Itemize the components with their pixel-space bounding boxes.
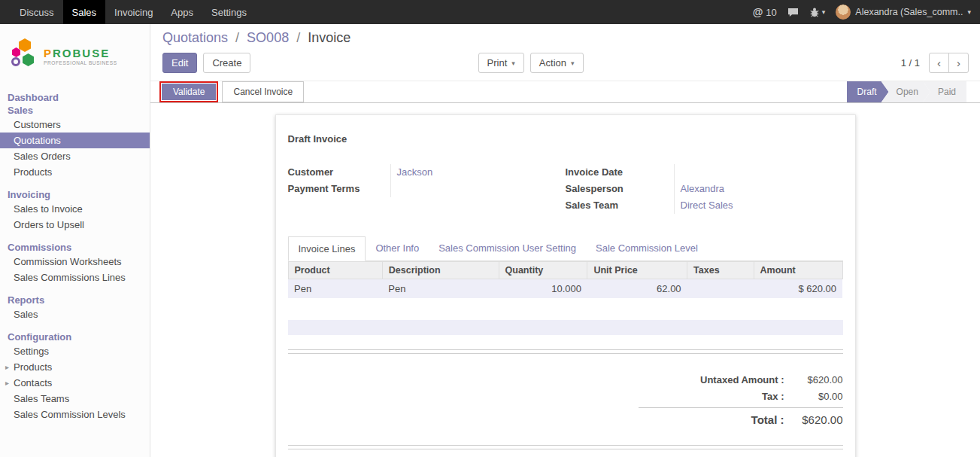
caret-down-icon: ▾ bbox=[967, 8, 971, 16]
nav-item-apps[interactable]: Apps bbox=[162, 0, 202, 24]
pager-value: 1 / 1 bbox=[901, 57, 920, 69]
breadcrumb: Quotations / SO008 / Invoice bbox=[162, 30, 969, 46]
sidebar-item-sales-commissions-lines[interactable]: Sales Commissions Lines bbox=[0, 270, 150, 285]
sidebar-heading-invoicing[interactable]: Invoicing bbox=[0, 189, 150, 201]
col-amount: Amount bbox=[754, 262, 842, 279]
logo-title: PROBUSE bbox=[44, 47, 117, 59]
edit-button[interactable]: Edit bbox=[162, 53, 197, 73]
sidebar-heading-configuration[interactable]: Configuration bbox=[0, 331, 150, 343]
sidebar-item-label: Contacts bbox=[14, 377, 52, 388]
cancel-invoice-button[interactable]: Cancel Invoice bbox=[222, 81, 304, 102]
nav-item-sales[interactable]: Sales bbox=[63, 0, 106, 24]
nav-item-invoicing[interactable]: Invoicing bbox=[105, 0, 162, 24]
print-label: Print bbox=[487, 57, 508, 69]
invoice-date-label: Invoice Date bbox=[566, 164, 674, 181]
tab-invoice-lines[interactable]: Invoice Lines bbox=[288, 236, 366, 261]
customer-value[interactable]: Jackson bbox=[390, 164, 566, 181]
sidebar: PROBUSE PROFESSIONAL BUSINESS Dashboard … bbox=[0, 24, 150, 457]
sidebar-item-sales-to-invoice[interactable]: Sales to Invoice bbox=[0, 201, 150, 217]
debug-menu[interactable]: ▾ bbox=[809, 7, 826, 17]
total-value: $620.00 bbox=[784, 413, 843, 427]
magnifier-icon bbox=[11, 57, 20, 66]
untaxed-amount-label: Untaxed Amount : bbox=[639, 373, 784, 387]
sidebar-heading-sales[interactable]: Sales bbox=[0, 105, 150, 117]
user-name: Alexandra (Sales_comm.. bbox=[855, 7, 963, 17]
invoice-date-value bbox=[674, 164, 843, 181]
col-product: Product bbox=[288, 262, 382, 279]
content-area: Draft Invoice Customer Jackson Payment T… bbox=[150, 103, 980, 457]
activity-at-icon: @ bbox=[753, 6, 763, 18]
sidebar-item-sales-teams[interactable]: Sales Teams bbox=[0, 391, 150, 407]
validate-button[interactable]: Validate bbox=[162, 84, 216, 100]
systray: @ 10 ▾ Alexandra (Sales_comm.. ▾ bbox=[753, 0, 980, 24]
top-navbar: Discuss Sales Invoicing Apps Settings @ … bbox=[0, 0, 980, 24]
untaxed-amount-value: $620.00 bbox=[784, 373, 843, 387]
breadcrumb-current: Invoice bbox=[308, 30, 350, 45]
sidebar-item-orders-to-upsell[interactable]: Orders to Upsell bbox=[0, 217, 150, 233]
sales-team-value[interactable]: Direct Sales bbox=[674, 197, 843, 214]
nav-item-settings[interactable]: Settings bbox=[202, 0, 256, 24]
sidebar-heading-commissions[interactable]: Commissions bbox=[0, 242, 150, 254]
caret-down-icon: ▾ bbox=[511, 59, 515, 67]
sidebar-item-products[interactable]: Products bbox=[0, 164, 150, 180]
col-unit-price: Unit Price bbox=[587, 262, 687, 279]
pager-next-button[interactable]: › bbox=[948, 53, 969, 73]
sidebar-item-label: Products bbox=[14, 361, 52, 373]
customer-label: Customer bbox=[288, 164, 390, 181]
user-menu[interactable]: Alexandra (Sales_comm.. ▾ bbox=[836, 5, 971, 20]
cell-taxes bbox=[687, 279, 754, 299]
highlight-box: Validate bbox=[159, 81, 218, 102]
cell-unit-price: 62.00 bbox=[587, 279, 687, 299]
invoice-line-row[interactable]: Pen Pen 10.000 62.00 $ 620.00 bbox=[288, 279, 842, 299]
sidebar-item-quotations[interactable]: Quotations bbox=[0, 133, 150, 148]
invoice-sheet: Draft Invoice Customer Jackson Payment T… bbox=[275, 114, 856, 457]
create-button[interactable]: Create bbox=[203, 53, 250, 73]
nav-item-discuss[interactable]: Discuss bbox=[11, 0, 63, 24]
breadcrumb-so008[interactable]: SO008 bbox=[247, 30, 289, 45]
avatar bbox=[836, 5, 851, 20]
sidebar-item-customers[interactable]: Customers bbox=[0, 117, 150, 133]
status-step-draft[interactable]: Draft bbox=[847, 81, 889, 102]
tax-value: $0.00 bbox=[784, 390, 843, 404]
activity-menu[interactable]: @ 10 bbox=[753, 6, 777, 18]
messages-icon[interactable] bbox=[787, 8, 799, 17]
payment-terms-label: Payment Terms bbox=[288, 181, 390, 197]
pager-prev-button[interactable]: ‹ bbox=[929, 53, 949, 73]
sidebar-item-config-contacts[interactable]: ▸ Contacts bbox=[0, 375, 150, 391]
probuse-logo: PROBUSE PROFESSIONAL BUSINESS bbox=[0, 24, 150, 87]
print-dropdown[interactable]: Print ▾ bbox=[478, 53, 524, 73]
field-group-left: Customer Jackson Payment Terms bbox=[288, 164, 566, 214]
caret-down-icon: ▾ bbox=[571, 59, 575, 67]
sidebar-heading-reports[interactable]: Reports bbox=[0, 294, 150, 306]
field-groups: Customer Jackson Payment Terms Invoice D… bbox=[288, 164, 843, 214]
cell-amount: $ 620.00 bbox=[754, 279, 842, 299]
tax-label: Tax : bbox=[639, 390, 784, 404]
tab-other-info[interactable]: Other Info bbox=[366, 236, 429, 260]
statusbar: Validate Cancel Invoice Draft Open Paid bbox=[150, 81, 980, 103]
status-steps: Draft Open Paid bbox=[847, 81, 966, 102]
sidebar-item-commission-worksheets[interactable]: Commission Worksheets bbox=[0, 254, 150, 270]
breadcrumb-quotations[interactable]: Quotations bbox=[162, 30, 228, 45]
action-dropdown[interactable]: Action ▾ bbox=[530, 53, 584, 73]
logo-subtitle: PROFESSIONAL BUSINESS bbox=[44, 60, 117, 66]
table-header-row: Product Description Quantity Unit Price … bbox=[288, 262, 842, 279]
col-quantity: Quantity bbox=[499, 262, 587, 279]
salesperson-value[interactable]: Alexandra bbox=[674, 181, 843, 197]
total-label: Total : bbox=[639, 413, 784, 427]
totals: Untaxed Amount : $620.00 Tax : $0.00 Tot… bbox=[639, 372, 843, 428]
tab-sale-commission-level[interactable]: Sale Commission Level bbox=[586, 236, 708, 260]
sidebar-item-sales-orders[interactable]: Sales Orders bbox=[0, 148, 150, 164]
probuse-logo-icon bbox=[11, 38, 39, 74]
breadcrumb-separator: / bbox=[235, 30, 239, 45]
control-panel: Quotations / SO008 / Invoice Edit Create… bbox=[150, 24, 980, 81]
salesperson-label: Salesperson bbox=[566, 181, 674, 197]
caret-right-icon: ▸ bbox=[5, 361, 9, 373]
sidebar-item-reports-sales[interactable]: Sales bbox=[0, 306, 150, 322]
sidebar-item-config-products[interactable]: ▸ Products bbox=[0, 359, 150, 375]
tab-sales-commission-user-setting[interactable]: Sales Commission User Setting bbox=[429, 236, 586, 260]
cell-product: Pen bbox=[288, 279, 382, 299]
sidebar-item-sales-commission-levels[interactable]: Sales Commission Levels bbox=[0, 407, 150, 422]
sidebar-item-settings[interactable]: Settings bbox=[0, 343, 150, 359]
totals-separator bbox=[639, 407, 843, 408]
sidebar-heading-dashboard[interactable]: Dashboard bbox=[0, 92, 150, 104]
